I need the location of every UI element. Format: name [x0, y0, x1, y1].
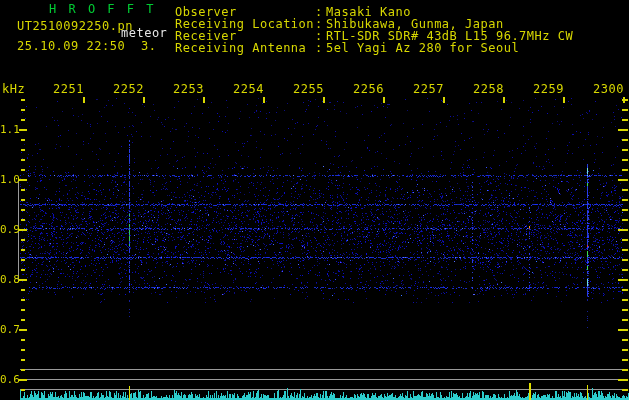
- freq-major-tick-right: [618, 129, 628, 131]
- freq-label: 1.1: [0, 124, 18, 136]
- freq-minor-tick-right: [622, 319, 628, 321]
- freq-major-tick-right: [618, 279, 628, 281]
- freq-major-tick-left: [19, 229, 27, 231]
- freq-label: 0.6: [0, 374, 18, 386]
- freq-minor-tick-left: [21, 219, 25, 221]
- freq-minor-tick-left: [21, 369, 25, 371]
- freq-minor-tick-left: [21, 209, 25, 211]
- freq-minor-tick-left: [21, 199, 25, 201]
- time-label: 2255: [293, 83, 323, 95]
- freq-minor-tick-right: [622, 139, 628, 141]
- freq-minor-tick-right: [622, 239, 628, 241]
- time-label: 2254: [233, 83, 263, 95]
- freq-minor-tick-left: [21, 259, 25, 261]
- freq-minor-tick-left: [21, 309, 25, 311]
- freq-minor-tick-right: [622, 309, 628, 311]
- freq-minor-tick-left: [21, 289, 25, 291]
- freq-minor-tick-right: [622, 249, 628, 251]
- freq-minor-tick-right: [622, 119, 628, 121]
- time-tick: [203, 97, 205, 103]
- freq-major-tick-left: [19, 179, 27, 181]
- time-label: 2259: [533, 83, 563, 95]
- time-label: 2252: [113, 83, 143, 95]
- freq-minor-tick-right: [622, 389, 628, 391]
- freq-major-tick-left: [19, 329, 27, 331]
- time-tick: [263, 97, 265, 103]
- time-tick: [503, 97, 505, 103]
- freq-minor-tick-right: [622, 199, 628, 201]
- freq-major-tick-left: [19, 279, 27, 281]
- time-tick: [143, 97, 145, 103]
- time-label: 2257: [413, 83, 443, 95]
- freq-minor-tick-left: [21, 319, 25, 321]
- freq-minor-tick-left: [21, 349, 25, 351]
- hrofft-window: H R O F F T UT2510092250.pn meteor 25.10…: [0, 0, 629, 400]
- time-label: 2256: [353, 83, 383, 95]
- freq-minor-tick-right: [622, 299, 628, 301]
- freq-minor-tick-right: [622, 219, 628, 221]
- freq-minor-tick-left: [21, 299, 25, 301]
- freq-major-tick-left: [19, 379, 27, 381]
- axis-layer: 2251225222532254225522562257225822592300…: [0, 0, 629, 400]
- freq-minor-tick-right: [622, 109, 628, 111]
- freq-minor-tick-right: [622, 259, 628, 261]
- freq-major-tick-right: [618, 179, 628, 181]
- freq-label: 0.9: [0, 224, 18, 236]
- freq-label: 1.0: [0, 174, 18, 186]
- time-label: 2251: [53, 83, 83, 95]
- freq-minor-tick-right: [622, 269, 628, 271]
- freq-label: 0.8: [0, 274, 18, 286]
- freq-minor-tick-left: [21, 119, 25, 121]
- freq-minor-tick-left: [21, 189, 25, 191]
- time-tick: [83, 97, 85, 103]
- freq-label: 0.7: [0, 324, 18, 336]
- freq-minor-tick-right: [622, 169, 628, 171]
- freq-minor-tick-right: [622, 369, 628, 371]
- freq-minor-tick-right: [622, 209, 628, 211]
- time-label: 2253: [173, 83, 203, 95]
- freq-minor-tick-left: [21, 249, 25, 251]
- freq-minor-tick-left: [21, 99, 25, 101]
- freq-minor-tick-right: [622, 339, 628, 341]
- freq-minor-tick-left: [21, 239, 25, 241]
- time-label: 2258: [473, 83, 503, 95]
- freq-minor-tick-left: [21, 149, 25, 151]
- freq-minor-tick-left: [21, 109, 25, 111]
- freq-minor-tick-left: [21, 159, 25, 161]
- freq-minor-tick-right: [622, 149, 628, 151]
- freq-minor-tick-right: [622, 349, 628, 351]
- freq-minor-tick-right: [622, 289, 628, 291]
- freq-minor-tick-right: [622, 99, 628, 101]
- freq-minor-tick-left: [21, 359, 25, 361]
- freq-minor-tick-left: [21, 339, 25, 341]
- freq-minor-tick-right: [622, 189, 628, 191]
- time-label: 2300: [593, 83, 623, 95]
- time-tick: [443, 97, 445, 103]
- time-tick: [323, 97, 325, 103]
- freq-minor-tick-left: [21, 269, 25, 271]
- time-tick: [563, 97, 565, 103]
- freq-major-tick-right: [618, 229, 628, 231]
- freq-major-tick-right: [618, 329, 628, 331]
- freq-minor-tick-right: [622, 159, 628, 161]
- freq-minor-tick-left: [21, 389, 25, 391]
- freq-minor-tick-left: [21, 169, 25, 171]
- freq-major-tick-right: [618, 379, 628, 381]
- time-tick: [383, 97, 385, 103]
- freq-minor-tick-left: [21, 139, 25, 141]
- freq-major-tick-left: [19, 129, 27, 131]
- freq-minor-tick-right: [622, 359, 628, 361]
